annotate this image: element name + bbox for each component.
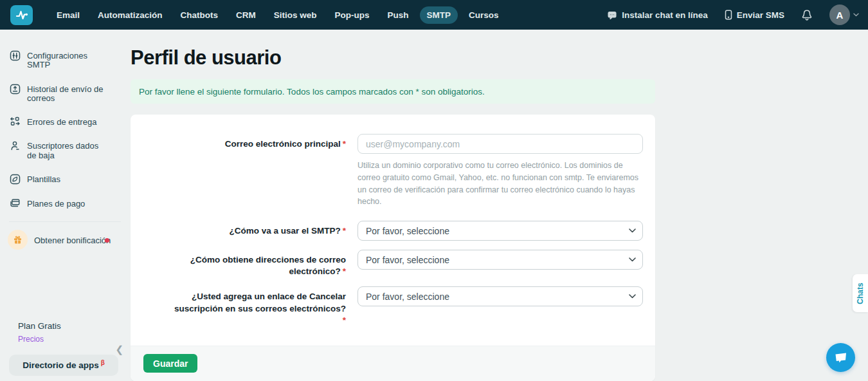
form-row-email: Correo electrónico principal* Utiliza un… bbox=[143, 134, 642, 208]
nav-item-automatizacion[interactable]: Automatización bbox=[91, 6, 170, 24]
field-label: Correo electrónico principal* bbox=[143, 134, 357, 208]
form-footer: Guardar bbox=[131, 346, 655, 381]
beta-badge: β bbox=[101, 359, 105, 366]
sidebar-item-obtener-bonificacion[interactable]: Obtener bonificación bbox=[8, 230, 125, 250]
sidebar-menu: Configuraciones SMTP Historial de envío … bbox=[0, 30, 130, 250]
chats-side-tab[interactable]: Chats bbox=[853, 274, 868, 312]
chevron-down-icon bbox=[629, 228, 636, 233]
profile-form-card: Correo electrónico principal* Utiliza un… bbox=[131, 115, 655, 381]
sidebar-item-planes-pago[interactable]: Planes de pago bbox=[9, 198, 125, 209]
sidebar-item-label: Obtener bonificación bbox=[34, 234, 111, 245]
field-control: Por favor, seleccione bbox=[357, 286, 643, 326]
required-asterisk: * bbox=[343, 266, 346, 276]
sidebar-item-errores-entrega[interactable]: Errores de entrega bbox=[9, 116, 125, 127]
sidebar-item-configuraciones-smtp[interactable]: Configuraciones SMTP bbox=[9, 50, 125, 70]
plan-label: Plan Gratis bbox=[18, 321, 130, 331]
sidebar-item-plantillas[interactable]: Plantillas bbox=[9, 173, 125, 185]
apps-directory-label: Directorio de apps bbox=[23, 360, 99, 370]
nav-item-chatbots[interactable]: Chatbots bbox=[174, 6, 226, 24]
apps-directory-button[interactable]: Directorio de apps β bbox=[9, 355, 118, 376]
sidebar-item-label: Errores de entrega bbox=[27, 116, 96, 127]
sidebar-divider bbox=[9, 221, 121, 222]
main-content: Perfil de usuario Por favor llene el sig… bbox=[131, 30, 655, 381]
field-control: Por favor, seleccione bbox=[357, 250, 643, 277]
chat-bubble-icon bbox=[833, 351, 849, 365]
top-navigation-bar: Email Automatización Chatbots CRM Sitios… bbox=[0, 0, 868, 30]
nav-item-smtp-active[interactable]: SMTP bbox=[420, 6, 458, 24]
pulse-icon bbox=[14, 8, 30, 22]
sidebar: Configuraciones SMTP Historial de envío … bbox=[0, 30, 130, 381]
pricing-link[interactable]: Precios bbox=[18, 335, 44, 344]
sidebar-item-label: Historial de envío de correos bbox=[27, 83, 108, 104]
unsubscribe-link-select[interactable]: Por favor, seleccione bbox=[357, 286, 643, 306]
nav-right-group: Instalar chat en línea Enviar SMS A bbox=[607, 5, 859, 25]
install-chat-label: Instalar chat en línea bbox=[622, 10, 708, 20]
chat-bubble-icon bbox=[607, 10, 617, 20]
send-sms-link[interactable]: Enviar SMS bbox=[725, 10, 784, 20]
field-label: ¿Cómo va a usar el SMTP?* bbox=[143, 221, 357, 241]
primary-email-input[interactable] bbox=[357, 134, 643, 154]
sidebar-item-label: Plantillas bbox=[27, 173, 60, 184]
install-chat-link[interactable]: Instalar chat en línea bbox=[607, 10, 708, 20]
nav-item-popups[interactable]: Pop-ups bbox=[328, 6, 377, 24]
sidebar-item-historial-envio[interactable]: Historial de envío de correos bbox=[9, 83, 125, 104]
notifications-bell-icon[interactable] bbox=[801, 9, 813, 21]
sidebar-bottom: Plan Gratis Precios Directorio de apps β bbox=[0, 321, 130, 381]
select-value: Por favor, seleccione bbox=[366, 292, 449, 302]
required-asterisk: * bbox=[343, 139, 346, 149]
sidebar-item-label: Configuraciones SMTP bbox=[27, 50, 108, 70]
sidebar-item-suscriptores-baja[interactable]: Suscriptores dados de baja bbox=[9, 140, 125, 160]
delivery-errors-icon bbox=[9, 116, 21, 126]
gift-icon bbox=[8, 230, 28, 250]
form-body: Correo electrónico principal* Utiliza un… bbox=[131, 115, 655, 346]
smtp-settings-icon bbox=[9, 50, 21, 61]
templates-icon bbox=[9, 173, 21, 185]
smtp-usage-select[interactable]: Por favor, seleccione bbox=[357, 221, 643, 241]
send-sms-label: Enviar SMS bbox=[737, 10, 784, 20]
nav-item-sitios-web[interactable]: Sitios web bbox=[267, 6, 324, 24]
nav-item-email[interactable]: Email bbox=[50, 6, 87, 24]
form-row-smtp-usage: ¿Cómo va a usar el SMTP?* Por favor, sel… bbox=[143, 221, 642, 241]
nav-item-crm[interactable]: CRM bbox=[229, 6, 263, 24]
required-asterisk: * bbox=[343, 315, 346, 325]
field-label: ¿Cómo obtiene direcciones de correo elec… bbox=[143, 250, 357, 277]
chevron-down-icon bbox=[629, 294, 636, 299]
chevron-down-icon bbox=[629, 257, 636, 262]
select-value: Por favor, seleccione bbox=[366, 255, 449, 265]
smartphone-icon bbox=[725, 10, 732, 20]
payment-plans-icon bbox=[9, 198, 21, 209]
sendpulse-logo[interactable] bbox=[10, 5, 33, 25]
avatar: A bbox=[829, 5, 850, 25]
chevron-down-icon bbox=[853, 13, 859, 17]
email-help-text: Utiliza un dominio corporativo como tu c… bbox=[357, 160, 643, 208]
nav-item-push[interactable]: Push bbox=[381, 6, 416, 24]
nav-item-cursos[interactable]: Cursos bbox=[462, 6, 506, 24]
account-menu[interactable]: A bbox=[829, 5, 859, 25]
sidebar-item-label: Suscriptores dados de baja bbox=[27, 140, 108, 160]
live-chat-button[interactable] bbox=[826, 343, 855, 372]
field-control: Por favor, seleccione bbox=[357, 221, 643, 241]
select-value: Por favor, seleccione bbox=[366, 226, 449, 236]
main-menu: Email Automatización Chatbots CRM Sitios… bbox=[50, 6, 506, 24]
send-history-icon bbox=[9, 83, 21, 95]
address-source-select[interactable]: Por favor, seleccione bbox=[357, 250, 643, 270]
sidebar-item-label: Planes de pago bbox=[27, 198, 85, 209]
form-row-unsubscribe-link: ¿Usted agrega un enlace de Cancelar susc… bbox=[143, 286, 642, 326]
unsubscribed-icon bbox=[9, 140, 21, 151]
field-label: ¿Usted agrega un enlace de Cancelar susc… bbox=[143, 286, 357, 326]
chats-tab-label: Chats bbox=[856, 283, 865, 304]
page-title: Perfil de usuario bbox=[131, 46, 655, 70]
save-button[interactable]: Guardar bbox=[143, 354, 197, 373]
form-row-address-source: ¿Cómo obtiene direcciones de correo elec… bbox=[143, 250, 642, 277]
info-banner: Por favor llene el siguiente formulario.… bbox=[131, 79, 655, 104]
sidebar-collapse-icon[interactable]: ❮ bbox=[115, 344, 123, 355]
required-asterisk: * bbox=[343, 226, 346, 236]
field-control: Utiliza un dominio corporativo como tu c… bbox=[357, 134, 643, 208]
info-banner-text: Por favor llene el siguiente formulario.… bbox=[139, 87, 485, 97]
